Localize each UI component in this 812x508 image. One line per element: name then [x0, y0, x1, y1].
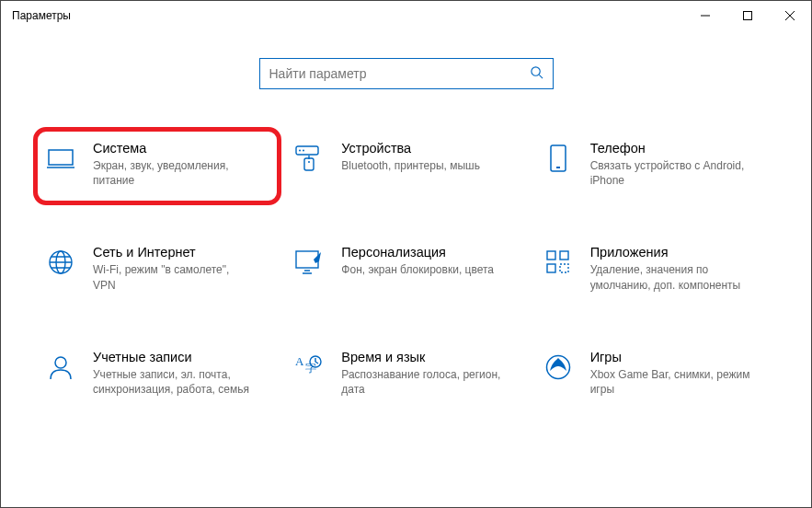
tile-text: Игры Xbox Game Bar, снимки, режим игры — [590, 350, 767, 397]
maximize-icon — [743, 11, 752, 20]
tile-title: Телефон — [590, 141, 767, 156]
tile-gaming[interactable]: Игры Xbox Game Bar, снимки, режим игры — [535, 344, 774, 402]
svg-point-1 — [531, 66, 539, 75]
system-icon — [45, 143, 76, 174]
tile-title: Устройства — [341, 141, 518, 156]
tile-title: Система — [93, 141, 269, 156]
tile-devices[interactable]: Устройства Bluetooth, принтеры, мышь — [286, 135, 525, 193]
svg-rect-16 — [560, 264, 568, 272]
accounts-icon — [45, 352, 76, 383]
tile-text: Телефон Связать устройство с Android, iP… — [590, 141, 767, 188]
tile-text: Персонализация Фон, экран блокировки, цв… — [341, 245, 518, 277]
tile-system[interactable]: Система Экран, звук, уведомления, питани… — [33, 127, 281, 205]
svg-point-4 — [299, 150, 301, 152]
tile-title: Игры — [590, 350, 767, 364]
tile-desc: Учетные записи, эл. почта, синхронизация… — [93, 367, 254, 397]
tile-personalization[interactable]: Персонализация Фон, экран блокировки, цв… — [286, 239, 525, 297]
svg-point-7 — [308, 161, 310, 163]
tile-title: Приложения — [590, 245, 767, 260]
tile-text: Устройства Bluetooth, принтеры, мышь — [341, 141, 518, 173]
svg-rect-15 — [547, 264, 555, 272]
tile-desc: Экран, звук, уведомления, питание — [93, 158, 254, 188]
gaming-icon — [543, 352, 574, 383]
svg-point-5 — [303, 150, 304, 152]
window-controls — [684, 1, 811, 30]
tile-network[interactable]: Сеть и Интернет Wi-Fi, режим "в самолете… — [38, 239, 277, 297]
personalization-icon — [293, 247, 325, 278]
svg-rect-9 — [556, 167, 560, 168]
tile-text: Приложения Удаление, значения по умолчан… — [590, 245, 767, 292]
tile-desc: Распознавание голоса, регион, дата — [341, 367, 502, 397]
tile-apps[interactable]: Приложения Удаление, значения по умолчан… — [535, 239, 774, 297]
tile-text: Учетные записи Учетные записи, эл. почта… — [93, 350, 269, 397]
tile-title: Время и язык — [341, 350, 518, 364]
content-area: Система Экран, звук, уведомления, питани… — [1, 30, 811, 402]
settings-window: Параметры — [0, 0, 812, 508]
svg-rect-2 — [49, 150, 73, 165]
tile-desc: Xbox Game Bar, снимки, режим игры — [590, 367, 751, 397]
apps-icon — [543, 247, 574, 278]
svg-rect-6 — [304, 158, 314, 170]
tile-accounts[interactable]: Учетные записи Учетные записи, эл. почта… — [38, 344, 277, 402]
tile-desc: Bluetooth, принтеры, мышь — [341, 158, 502, 173]
maximize-button[interactable] — [726, 1, 769, 30]
tile-desc: Wi-Fi, режим "в самолете", VPN — [93, 262, 254, 292]
svg-text:A: A — [295, 354, 304, 368]
tile-desc: Удаление, значения по умолчанию, доп. ко… — [590, 262, 751, 292]
tile-desc: Связать устройство с Android, iPhone — [590, 158, 751, 188]
close-icon — [785, 11, 795, 20]
tile-text: Система Экран, звук, уведомления, питани… — [93, 141, 269, 188]
svg-rect-14 — [560, 251, 568, 260]
search-container — [1, 58, 811, 89]
svg-point-17 — [55, 357, 66, 368]
minimize-icon — [701, 11, 710, 20]
tile-phone[interactable]: Телефон Связать устройство с Android, iP… — [535, 135, 774, 193]
svg-rect-13 — [547, 251, 555, 260]
tile-title: Сеть и Интернет — [93, 245, 269, 260]
close-button[interactable] — [769, 1, 811, 30]
tile-text: Сеть и Интернет Wi-Fi, режим "в самолете… — [93, 245, 269, 292]
phone-icon — [543, 143, 574, 174]
search-icon — [530, 65, 543, 83]
tile-title: Персонализация — [341, 245, 518, 260]
minimize-button[interactable] — [684, 1, 726, 30]
svg-rect-0 — [744, 12, 752, 20]
search-box[interactable] — [259, 58, 554, 89]
settings-grid: Система Экран, звук, уведомления, питани… — [1, 89, 811, 402]
tile-time-language[interactable]: A字 Время и язык Распознавание голоса, ре… — [286, 344, 525, 402]
tile-text: Время и язык Распознавание голоса, регио… — [341, 350, 518, 397]
tile-desc: Фон, экран блокировки, цвета — [341, 262, 502, 277]
titlebar: Параметры — [1, 1, 811, 30]
tile-title: Учетные записи — [93, 350, 269, 364]
search-input[interactable] — [269, 66, 530, 81]
window-title: Параметры — [12, 9, 71, 22]
time-language-icon: A字 — [293, 352, 325, 383]
network-icon — [45, 247, 76, 278]
devices-icon — [293, 143, 325, 174]
